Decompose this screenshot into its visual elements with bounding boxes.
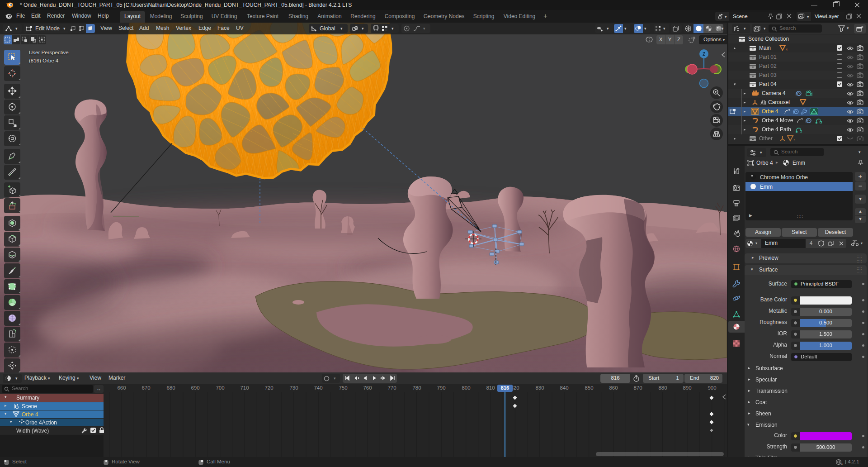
svg-text:4: 4 [786, 48, 788, 51]
svg-text:Z: Z [703, 52, 705, 57]
svg-text:4: 4 [841, 462, 843, 466]
svg-text:7: 7 [793, 138, 795, 142]
